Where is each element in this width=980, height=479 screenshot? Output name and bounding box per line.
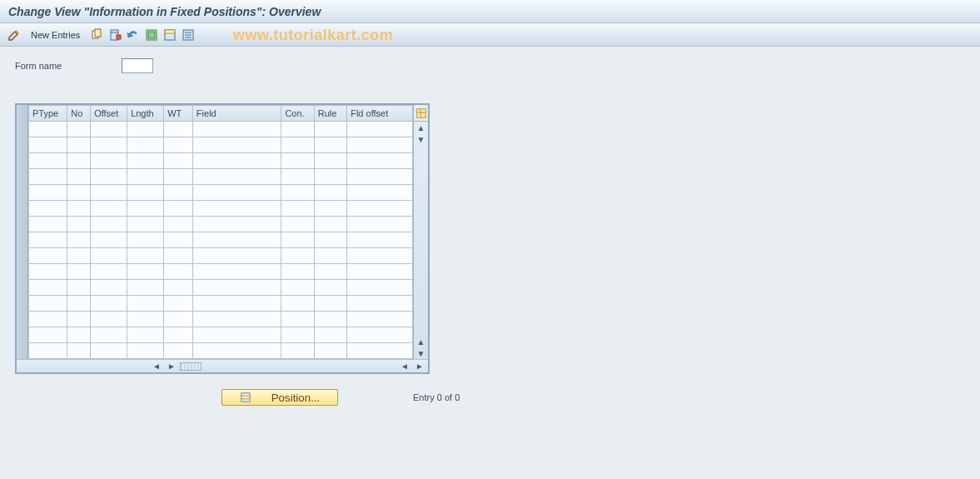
- cell-ptype[interactable]: [29, 280, 67, 296]
- vertical-scrollbar[interactable]: ▲ ▼ ▲ ▼: [414, 122, 428, 359]
- cell-ptype[interactable]: [29, 312, 67, 327]
- horizontal-scrollbar[interactable]: ◄ ► ◄ ►: [17, 359, 428, 372]
- cell-field[interactable]: [192, 343, 281, 359]
- cell-fld_offset[interactable]: [347, 232, 413, 248]
- cell-offset[interactable]: [91, 153, 127, 169]
- cell-fld_offset[interactable]: [347, 217, 413, 232]
- cell-no[interactable]: [67, 296, 91, 312]
- row-selector-gutter[interactable]: [17, 105, 28, 359]
- cell-fld_offset[interactable]: [347, 312, 413, 327]
- cell-fld_offset[interactable]: [347, 264, 413, 280]
- cell-fld_offset[interactable]: [347, 296, 413, 312]
- table-row[interactable]: [29, 312, 413, 327]
- scroll-up-end-icon[interactable]: ▲: [415, 336, 428, 347]
- cell-no[interactable]: [67, 343, 91, 359]
- scroll-right-icon[interactable]: ►: [165, 361, 178, 372]
- cell-con[interactable]: [281, 185, 314, 201]
- cell-wt[interactable]: [164, 343, 193, 359]
- cell-field[interactable]: [192, 232, 281, 248]
- cell-field[interactable]: [192, 280, 281, 296]
- table-row[interactable]: [29, 232, 413, 248]
- cell-con[interactable]: [281, 153, 314, 169]
- cell-ptype[interactable]: [29, 122, 67, 137]
- cell-field[interactable]: [192, 248, 281, 264]
- cell-ptype[interactable]: [29, 343, 67, 359]
- form-name-input[interactable]: [122, 58, 153, 73]
- column-header-fld_offset[interactable]: Fld offset: [347, 106, 413, 122]
- cell-wt[interactable]: [164, 201, 193, 217]
- cell-offset[interactable]: [91, 185, 127, 201]
- cell-rule[interactable]: [314, 185, 346, 201]
- cell-offset[interactable]: [91, 232, 127, 248]
- copy-as-icon[interactable]: [89, 27, 104, 43]
- cell-ptype[interactable]: [29, 232, 67, 248]
- cell-no[interactable]: [67, 248, 91, 264]
- cell-wt[interactable]: [164, 137, 193, 153]
- cell-con[interactable]: [281, 312, 314, 327]
- cell-ptype[interactable]: [29, 169, 67, 185]
- cell-wt[interactable]: [164, 280, 193, 296]
- cell-lngth[interactable]: [127, 185, 164, 201]
- cell-lngth[interactable]: [127, 137, 164, 153]
- cell-field[interactable]: [192, 201, 281, 217]
- table-row[interactable]: [29, 327, 413, 343]
- cell-fld_offset[interactable]: [347, 137, 413, 153]
- cell-con[interactable]: [281, 137, 314, 153]
- table-row[interactable]: [29, 264, 413, 280]
- cell-field[interactable]: [192, 296, 281, 312]
- cell-lngth[interactable]: [127, 201, 164, 217]
- cell-wt[interactable]: [164, 248, 193, 264]
- deselect-all-icon[interactable]: [181, 27, 196, 43]
- cell-offset[interactable]: [91, 280, 127, 296]
- cell-wt[interactable]: [164, 312, 193, 327]
- scroll-grip-icon[interactable]: [180, 362, 201, 371]
- cell-con[interactable]: [281, 327, 314, 343]
- cell-fld_offset[interactable]: [347, 153, 413, 169]
- data-grid[interactable]: PTypeNoOffsetLngthWTFieldCon.RuleFld off…: [28, 105, 413, 359]
- table-settings-icon[interactable]: [414, 105, 429, 122]
- cell-no[interactable]: [67, 312, 91, 327]
- new-entries-button[interactable]: New Entries: [25, 27, 86, 43]
- cell-con[interactable]: [281, 296, 314, 312]
- cell-lngth[interactable]: [127, 264, 164, 280]
- position-button[interactable]: Position...: [221, 389, 338, 406]
- cell-no[interactable]: [67, 153, 91, 169]
- cell-field[interactable]: [192, 312, 281, 327]
- column-header-rule[interactable]: Rule: [314, 106, 346, 122]
- cell-field[interactable]: [192, 327, 281, 343]
- cell-ptype[interactable]: [29, 153, 67, 169]
- table-row[interactable]: [29, 153, 413, 169]
- cell-offset[interactable]: [91, 296, 127, 312]
- cell-wt[interactable]: [164, 122, 193, 137]
- cell-lngth[interactable]: [127, 343, 164, 359]
- cell-rule[interactable]: [314, 327, 346, 343]
- column-header-wt[interactable]: WT: [164, 106, 193, 122]
- table-row[interactable]: [29, 248, 413, 264]
- cell-lngth[interactable]: [127, 169, 164, 185]
- cell-rule[interactable]: [314, 201, 346, 217]
- cell-fld_offset[interactable]: [347, 169, 413, 185]
- column-header-ptype[interactable]: PType: [29, 106, 67, 122]
- cell-field[interactable]: [192, 153, 281, 169]
- cell-no[interactable]: [67, 201, 91, 217]
- cell-offset[interactable]: [91, 343, 127, 359]
- cell-wt[interactable]: [164, 169, 193, 185]
- cell-offset[interactable]: [91, 169, 127, 185]
- cell-wt[interactable]: [164, 185, 193, 201]
- cell-offset[interactable]: [91, 137, 127, 153]
- cell-fld_offset[interactable]: [347, 185, 413, 201]
- cell-con[interactable]: [281, 248, 314, 264]
- cell-fld_offset[interactable]: [347, 122, 413, 137]
- cell-rule[interactable]: [314, 122, 346, 137]
- cell-no[interactable]: [67, 217, 91, 232]
- cell-field[interactable]: [192, 264, 281, 280]
- cell-con[interactable]: [281, 217, 314, 232]
- table-row[interactable]: [29, 280, 413, 296]
- cell-offset[interactable]: [91, 312, 127, 327]
- table-row[interactable]: [29, 137, 413, 153]
- cell-fld_offset[interactable]: [347, 327, 413, 343]
- cell-field[interactable]: [192, 137, 281, 153]
- cell-con[interactable]: [281, 280, 314, 296]
- cell-ptype[interactable]: [29, 137, 67, 153]
- cell-offset[interactable]: [91, 122, 127, 137]
